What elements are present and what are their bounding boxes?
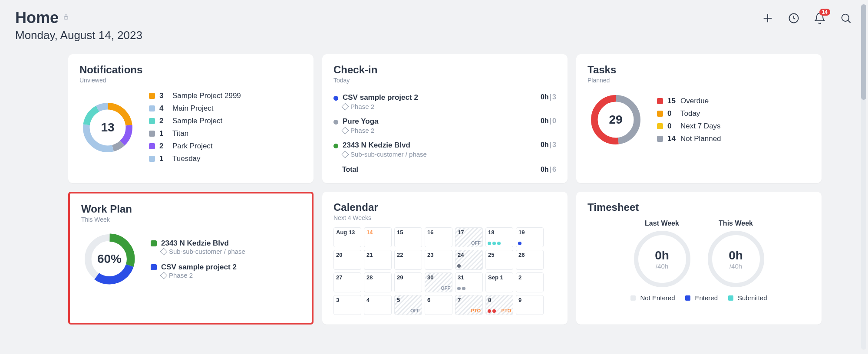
calendar-daynum: 15: [397, 229, 403, 236]
calendar-dots: [518, 242, 521, 245]
swatch-icon: [657, 123, 663, 129]
calendar-cell[interactable]: 16: [425, 227, 452, 247]
history-button[interactable]: [787, 11, 801, 25]
workplan-item-sub: Sub-sub-customer / phase: [169, 248, 245, 255]
workplan-card[interactable]: Work Plan This Week 60% 2343 N Kedzie Bl…: [68, 192, 314, 324]
scrollbar-thumb[interactable]: [861, 4, 866, 100]
legend-label: Titan: [172, 129, 188, 138]
timesheet-block[interactable]: This Week0h/40h: [708, 220, 764, 287]
calendar-cell[interactable]: 26: [516, 250, 544, 270]
calendar-daynum: 24: [458, 252, 464, 258]
page-date: Monday, August 14, 2023: [15, 29, 142, 42]
checkin-row[interactable]: CSV sample project 2Phase 20h|3: [333, 90, 556, 114]
notifications-legend-row[interactable]: 1Titan: [149, 129, 241, 138]
calendar-cell[interactable]: 5OFF: [394, 295, 422, 315]
calendar-cell[interactable]: 28: [364, 272, 392, 292]
calendar-cell[interactable]: 2: [516, 272, 544, 292]
timesheet-legend-item: Not Entered: [630, 294, 675, 302]
calendar-cell[interactable]: Sep 1: [485, 272, 513, 292]
calendar-daynum: 14: [366, 229, 373, 236]
checkin-card[interactable]: Check-in Today CSV sample project 2Phase…: [322, 54, 568, 183]
checkin-sub: Sub-sub-customer / phase: [343, 151, 427, 158]
svg-point-4: [842, 14, 849, 21]
legend-count: 14: [667, 134, 676, 143]
notifications-legend-row[interactable]: 3Sample Project 2999: [149, 92, 241, 100]
workplan-donut: 60%: [81, 231, 138, 287]
calendar-cell[interactable]: 18: [485, 227, 513, 247]
calendar-cell[interactable]: 19: [516, 227, 544, 247]
tasks-legend-row[interactable]: 0Today: [657, 109, 721, 118]
calendar-cell[interactable]: 4: [364, 295, 392, 315]
timesheet-legend-item: Submitted: [728, 294, 767, 302]
calendar-cell[interactable]: 17OFF: [455, 227, 483, 247]
calendar-cell[interactable]: 30OFF: [425, 272, 452, 292]
calendar-cell[interactable]: 3: [333, 295, 361, 315]
timesheet-legend-label: Not Entered: [640, 294, 675, 302]
calendar-cell[interactable]: 25: [485, 250, 513, 270]
calendar-cell[interactable]: 9: [516, 295, 544, 315]
search-button[interactable]: [839, 11, 853, 25]
notifications-legend-row[interactable]: 2Park Project: [149, 142, 241, 151]
calendar-daynum: Sep 1: [488, 274, 503, 281]
add-button[interactable]: [761, 11, 775, 25]
timesheet-cap: /40h: [656, 262, 668, 270]
diamond-icon: [342, 151, 349, 158]
timesheet-label: This Week: [708, 220, 764, 227]
notifications-card[interactable]: Notifications Unviewed 13 3Sample Projec…: [68, 54, 314, 183]
diamond-icon: [342, 127, 349, 134]
timesheet-legend-label: Entered: [695, 294, 718, 302]
calendar-cell[interactable]: 15: [394, 227, 422, 247]
calendar-cell[interactable]: 7PTO: [455, 295, 483, 315]
calendar-cell[interactable]: 6: [425, 295, 452, 315]
calendar-cell[interactable]: 24: [455, 250, 483, 270]
calendar-cell[interactable]: 21: [364, 250, 392, 270]
notifications-legend-row[interactable]: 2Sample Project: [149, 117, 241, 125]
workplan-item[interactable]: 2343 N Kedzie BlvdSub-sub-customer / pha…: [151, 239, 245, 255]
workplan-item-name: 2343 N Kedzie Blvd: [161, 239, 229, 248]
tasks-card[interactable]: Tasks Planned 29 15Overdue0Today0Next 7 …: [576, 54, 822, 183]
calendar-daynum: 2: [518, 274, 521, 281]
notifications-legend-row[interactable]: 1Tuesday: [149, 154, 241, 163]
calendar-cell[interactable]: 29: [394, 272, 422, 292]
calendar-cell[interactable]: 27: [333, 272, 361, 292]
calendar-cell[interactable]: 14: [364, 227, 392, 247]
calendar-daynum: 21: [366, 252, 373, 258]
legend-label: Sample Project 2999: [172, 92, 241, 100]
calendar-cell[interactable]: 31: [455, 272, 483, 292]
legend-count: 0: [667, 122, 676, 131]
timesheet-card[interactable]: Timesheet Last Week0h/40hThis Week0h/40h…: [576, 192, 822, 324]
checkin-name: CSV sample project 2: [343, 93, 418, 102]
swatch-icon: [149, 143, 155, 149]
swatch-icon: [149, 118, 155, 124]
scrollbar[interactable]: [861, 4, 866, 350]
workplan-percent: 60%: [81, 231, 138, 287]
calendar-daynum: 6: [427, 297, 430, 303]
tasks-legend-row[interactable]: 0Next 7 Days: [657, 122, 721, 131]
calendar-card[interactable]: Calendar Next 4 Weeks Aug 1314151617OFF1…: [322, 192, 568, 324]
checkin-row[interactable]: 2343 N Kedzie BlvdSub-sub-customer / pha…: [333, 138, 556, 161]
workplan-item[interactable]: CSV sample project 2Phase 2: [151, 263, 245, 279]
tasks-legend-row[interactable]: 15Overdue: [657, 97, 721, 105]
legend-count: 2: [159, 117, 168, 125]
tasks-legend-row[interactable]: 14Not Planned: [657, 134, 721, 143]
tasks-total: 29: [587, 92, 644, 148]
checkin-total-hours: 0h|6: [541, 166, 556, 174]
checkin-sub: Phase 2: [343, 103, 418, 110]
dot-icon: [333, 96, 338, 101]
calendar-cell[interactable]: 23: [425, 250, 452, 270]
calendar-daynum: 7: [458, 297, 461, 303]
calendar-daynum: 31: [458, 274, 464, 281]
checkin-row[interactable]: Pure YogaPhase 20h|0: [333, 114, 556, 138]
calendar-cell[interactable]: 22: [394, 250, 422, 270]
timesheet-block[interactable]: Last Week0h/40h: [634, 220, 690, 287]
calendar-cell[interactable]: 20: [333, 250, 361, 270]
checkin-hours: 0h|3: [541, 93, 556, 101]
dot-icon: [518, 242, 521, 245]
notifications-button[interactable]: 14: [813, 11, 827, 25]
legend-label: Today: [680, 109, 700, 118]
notifications-legend-row[interactable]: 4Main Project: [149, 104, 241, 113]
diamond-icon: [160, 272, 168, 279]
calendar-cell[interactable]: 8PTO: [485, 295, 513, 315]
dot-icon: [497, 242, 501, 245]
calendar-cell[interactable]: Aug 13: [333, 227, 361, 247]
